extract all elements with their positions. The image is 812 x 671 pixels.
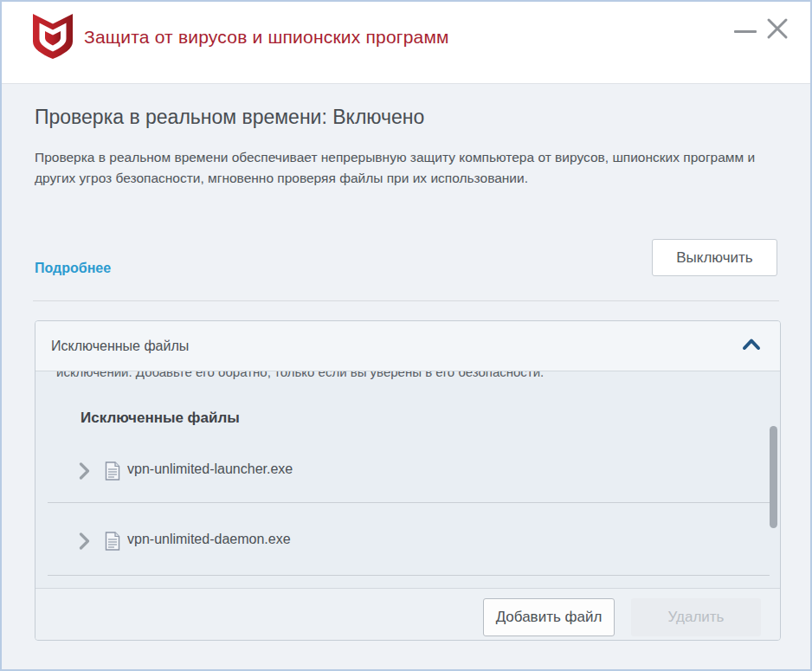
clipped-description-text: исключений. Добавьте его обратно, только… [56,371,766,381]
scrollbar-thumb[interactable] [770,426,777,528]
accordion-header-label: Исключенные файлы [51,321,189,371]
excluded-files-panel: Исключенные файлы исключений. Добавьте е… [35,320,781,641]
document-icon [105,532,120,551]
excluded-files-scroll-area: исключений. Добавьте его обратно, только… [35,371,780,588]
accordion-footer: Добавить файл Удалить [35,588,780,641]
content-area: Проверка в реальном времени: Включено Пр… [2,85,810,669]
row-divider [48,575,770,576]
minimize-icon [734,30,757,33]
minimize-button[interactable] [732,17,758,43]
page-title: Проверка в реальном времени: Включено [35,106,424,129]
chevron-up-icon[interactable] [742,338,761,351]
turn-off-button[interactable]: Выключить [652,239,777,276]
close-icon [764,15,791,42]
mcafee-window: Защита от вирусов и шпионских программ П… [0,0,812,671]
details-link[interactable]: Подробнее [35,261,111,276]
excluded-files-list-heading: Исключенные файлы [81,410,240,427]
file-name: vpn-unlimited-daemon.exe [127,532,291,547]
file-name: vpn-unlimited-launcher.exe [127,461,293,477]
page-description: Проверка в реальном времени обеспечивает… [35,147,781,189]
file-row-daemon[interactable]: vpn-unlimited-daemon.exe [35,524,780,558]
chevron-right-icon[interactable] [79,462,90,480]
window-title: Защита от вирусов и шпионских программ [84,27,449,48]
add-file-button[interactable]: Добавить файл [483,598,615,636]
titlebar: Защита от вирусов и шпионских программ [2,2,810,84]
section-divider [33,300,779,301]
document-icon [105,461,120,481]
file-row-launcher[interactable]: vpn-unlimited-launcher.exe [35,454,780,488]
delete-button[interactable]: Удалить [631,598,761,636]
accordion-header[interactable]: Исключенные файлы [35,321,780,371]
close-button[interactable] [764,15,791,42]
mcafee-shield-icon [31,13,74,60]
chevron-right-icon[interactable] [79,532,90,550]
row-divider [48,502,770,503]
